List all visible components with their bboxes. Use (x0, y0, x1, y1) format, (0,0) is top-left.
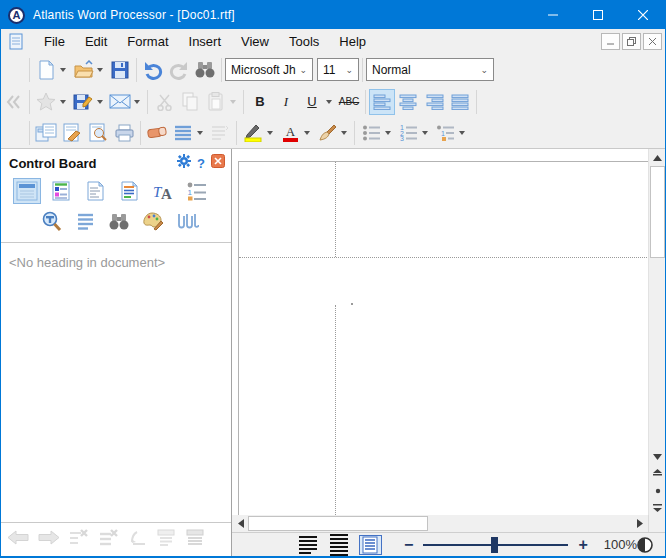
line-spacing-button[interactable] (170, 120, 196, 146)
menu-tools[interactable]: Tools (279, 31, 329, 52)
font-color-button[interactable]: A (277, 120, 303, 146)
menu-edit[interactable]: Edit (75, 31, 117, 52)
document-page[interactable] (238, 161, 648, 515)
scroll-left-button[interactable] (232, 515, 249, 532)
vertical-scroll-thumb[interactable] (650, 166, 665, 258)
numbered-list-button[interactable]: 123 (395, 120, 421, 146)
multilevel-list-button[interactable]: 1 (432, 120, 458, 146)
horizontal-scroll-thumb[interactable] (248, 516, 428, 531)
save-special-dropdown[interactable] (97, 100, 103, 104)
cut-button[interactable] (151, 89, 177, 115)
remove-all-headings-button[interactable] (99, 529, 120, 551)
zoom-slider-thumb[interactable] (491, 537, 498, 553)
line-spacing-dropdown[interactable] (197, 131, 203, 135)
eraser-button[interactable] (144, 120, 170, 146)
strikethrough-button[interactable]: ABC (336, 89, 362, 115)
draft-view-button[interactable] (296, 535, 319, 555)
full-list-button[interactable] (185, 529, 205, 550)
highlight-button[interactable] (240, 120, 266, 146)
italic-button[interactable]: I (273, 89, 299, 115)
next-page-button[interactable] (649, 499, 666, 516)
bullet-list-button[interactable] (358, 120, 384, 146)
new-document-dropdown[interactable] (60, 68, 66, 72)
format-painter-dropdown[interactable] (341, 131, 347, 135)
zoom-out-button[interactable]: − (404, 536, 413, 554)
format-painter-button[interactable] (314, 120, 340, 146)
cb-overview-button[interactable] (13, 178, 41, 204)
bullet-list-dropdown[interactable] (385, 131, 391, 135)
undo-button[interactable] (140, 57, 166, 83)
online-view-button[interactable] (327, 535, 350, 555)
select-browse-object-button[interactable] (649, 482, 666, 499)
style-combo[interactable]: Normal ⌄ (366, 58, 494, 81)
align-left-button[interactable] (369, 89, 395, 115)
minimize-button[interactable] (530, 1, 575, 29)
document-system-icon[interactable] (9, 33, 24, 50)
cb-colors-button[interactable] (139, 208, 167, 234)
print-preview-button[interactable] (85, 120, 111, 146)
underline-dropdown[interactable] (326, 100, 332, 104)
document-canvas[interactable] (232, 149, 648, 515)
email-button[interactable] (107, 89, 133, 115)
font-name-combo[interactable]: Microsoft Jh ⌄ (225, 58, 313, 81)
page-layout-view-button[interactable] (359, 535, 382, 555)
cb-find-button[interactable] (105, 208, 133, 234)
redo-button[interactable] (166, 57, 192, 83)
cb-zoom-button[interactable] (37, 208, 65, 234)
control-board-help-button[interactable]: ? (197, 156, 205, 171)
scroll-right-button[interactable] (631, 515, 648, 532)
save-special-button[interactable] (70, 89, 96, 115)
justify-button[interactable] (447, 89, 473, 115)
page-setup-button[interactable] (59, 120, 85, 146)
collapse-toolbar-left-button[interactable] (6, 94, 21, 110)
menu-view[interactable]: View (231, 31, 279, 52)
demote-heading-button[interactable] (129, 530, 147, 550)
cb-document-sections-button[interactable] (81, 178, 109, 204)
cb-paragraphs-button[interactable] (71, 208, 99, 234)
scroll-down-button[interactable] (649, 448, 666, 465)
mdi-restore-button[interactable] (622, 33, 641, 50)
open-button[interactable] (70, 57, 96, 83)
cb-headings-button[interactable] (47, 178, 75, 204)
open-dropdown[interactable] (97, 68, 103, 72)
font-size-combo[interactable]: 11 ⌄ (317, 58, 359, 81)
menu-insert[interactable]: Insert (179, 31, 232, 52)
previous-page-button[interactable] (649, 465, 666, 482)
paragraph-style-button[interactable] (207, 120, 233, 146)
align-center-button[interactable] (395, 89, 421, 115)
new-document-button[interactable] (33, 57, 59, 83)
cb-styles-button[interactable] (115, 178, 143, 204)
email-dropdown[interactable] (134, 100, 140, 104)
highlight-dropdown[interactable] (267, 131, 273, 135)
nav-forward-button[interactable] (38, 530, 60, 549)
underline-button[interactable]: U (299, 89, 325, 115)
favorites-button[interactable] (33, 89, 59, 115)
bold-button[interactable]: B (247, 89, 273, 115)
headings-tree-area[interactable] (1, 270, 231, 522)
document-properties-button[interactable] (33, 120, 59, 146)
contrast-toggle-button[interactable] (637, 537, 653, 553)
favorites-dropdown[interactable] (60, 100, 66, 104)
cb-clips-button[interactable] (173, 208, 201, 234)
cb-fonts-button[interactable]: TA (149, 178, 177, 204)
align-right-button[interactable] (421, 89, 447, 115)
menu-help[interactable]: Help (329, 31, 376, 52)
scroll-up-button[interactable] (649, 149, 666, 166)
remove-heading-button[interactable] (69, 529, 90, 551)
menu-file[interactable]: File (34, 31, 75, 52)
find-button[interactable] (192, 57, 218, 83)
print-button[interactable] (111, 120, 137, 146)
horizontal-scrollbar[interactable] (232, 515, 648, 532)
zoom-in-button[interactable]: + (578, 536, 587, 554)
paste-button[interactable] (203, 89, 229, 115)
mdi-close-button[interactable] (643, 33, 662, 50)
maximize-button[interactable] (575, 1, 620, 29)
nav-back-button[interactable] (7, 530, 29, 549)
save-button[interactable] (107, 57, 133, 83)
control-board-close-button[interactable] (211, 154, 225, 172)
multilevel-list-dropdown[interactable] (459, 131, 465, 135)
copy-button[interactable] (177, 89, 203, 115)
cb-lists-button[interactable]: 1 (183, 178, 211, 204)
control-board-settings-button[interactable] (177, 154, 191, 172)
numbered-list-dropdown[interactable] (422, 131, 428, 135)
